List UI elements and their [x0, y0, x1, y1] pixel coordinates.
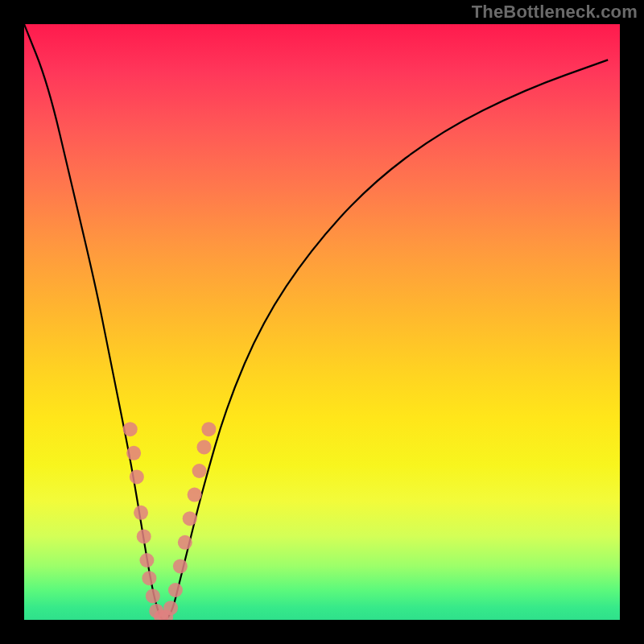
highlighted-point: [126, 446, 141, 460]
highlighted-points-group: [123, 422, 217, 620]
highlighted-point: [192, 464, 207, 478]
highlighted-point: [168, 583, 183, 597]
highlighted-point: [173, 559, 188, 573]
chart-frame: TheBottleneck.com: [0, 0, 644, 644]
highlighted-point: [163, 601, 178, 615]
highlighted-point: [134, 506, 148, 520]
highlighted-point: [183, 511, 197, 526]
bottleneck-curve-path: [24, 24, 608, 620]
highlighted-point: [130, 469, 144, 484]
highlighted-point: [178, 535, 192, 550]
highlighted-point: [146, 588, 160, 603]
highlighted-point: [137, 529, 151, 543]
highlighted-point: [123, 422, 138, 436]
highlighted-point: [142, 571, 156, 585]
highlighted-point: [196, 440, 211, 454]
highlighted-point: [188, 488, 202, 502]
curve-layer: [24, 24, 620, 620]
watermark-text: TheBottleneck.com: [472, 2, 638, 23]
plot-area: [24, 24, 620, 620]
highlighted-point: [201, 422, 216, 436]
highlighted-point: [139, 553, 154, 568]
